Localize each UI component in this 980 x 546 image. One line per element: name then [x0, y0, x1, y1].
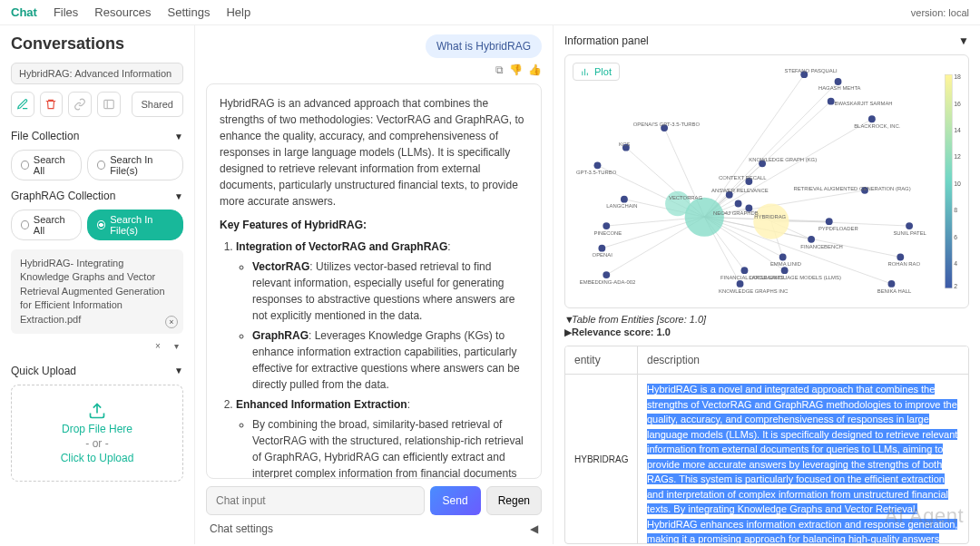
- panel-icon[interactable]: [97, 92, 121, 117]
- svg-text:6: 6: [954, 234, 957, 240]
- svg-rect-0: [103, 100, 113, 108]
- svg-text:KCS: KCS: [619, 141, 630, 147]
- svg-point-47: [598, 245, 605, 252]
- svg-point-46: [603, 222, 610, 229]
- quick-upload-header[interactable]: Quick Upload ▼: [11, 365, 183, 377]
- info-panel: Information panel ▼ Plot: [554, 25, 980, 544]
- svg-point-56: [808, 236, 815, 243]
- copy-icon[interactable]: ⧉: [495, 63, 504, 76]
- svg-point-62: [741, 267, 749, 274]
- file-search-all[interactable]: Search All: [11, 150, 82, 180]
- svg-point-45: [621, 196, 628, 203]
- svg-point-60: [779, 254, 787, 261]
- plot-button[interactable]: Plot: [573, 63, 620, 81]
- tab-settings[interactable]: Settings: [167, 5, 210, 19]
- chat-panel: What is HybridRAG ⧉ 👎 👍 HybridRAG is an …: [195, 25, 554, 544]
- entity-table: entity description HYBRIDRAG HybridRAG i…: [564, 346, 969, 544]
- edit-icon[interactable]: [11, 92, 34, 117]
- upload-dropzone[interactable]: Drop File Here - or - Click to Upload: [11, 385, 183, 482]
- tab-chat[interactable]: Chat: [11, 5, 37, 19]
- svg-text:4: 4: [954, 260, 957, 267]
- graph-plot[interactable]: Plot: [564, 54, 969, 308]
- chevron-down-icon: ▼: [174, 366, 183, 375]
- svg-line-25: [704, 217, 900, 257]
- svg-line-6: [704, 82, 838, 217]
- sidebar: Conversations Shared File Collection ▼ S…: [0, 25, 195, 544]
- tab-files[interactable]: Files: [54, 5, 78, 19]
- chevron-down-icon[interactable]: ▼: [958, 34, 969, 47]
- file-search-in-files[interactable]: Search In File(s): [87, 150, 183, 180]
- or-label: - or -: [19, 437, 175, 450]
- svg-text:SUNIL PATEL: SUNIL PATEL: [893, 230, 926, 236]
- quick-upload-title: Quick Upload: [11, 365, 76, 377]
- link-icon[interactable]: [68, 92, 92, 117]
- tab-help[interactable]: Help: [226, 5, 250, 19]
- chevron-down-icon: ▼: [174, 132, 183, 141]
- thumbs-up-icon[interactable]: 👍: [528, 63, 542, 76]
- table-row: HYBRIDRAG HybridRAG is a novel and integ…: [565, 375, 968, 543]
- file-collection-header[interactable]: File Collection ▼: [11, 130, 183, 142]
- svg-text:RETRIEVAL AUGMENTED GENERATION: RETRIEVAL AUGMENTED GENERATION (RAG): [793, 186, 910, 191]
- chat-input[interactable]: [206, 486, 425, 515]
- file-close-icon[interactable]: ×: [151, 339, 165, 354]
- col-description: description: [638, 346, 709, 374]
- svg-text:KNOWLEDGE GRAPHS INC: KNOWLEDGE GRAPHS INC: [719, 288, 789, 294]
- col-entity: entity: [565, 346, 638, 374]
- svg-text:10: 10: [954, 180, 961, 187]
- svg-point-59: [888, 280, 896, 288]
- graphrag-collection-header[interactable]: GraphRAG Collection ▼: [11, 190, 183, 202]
- selected-file[interactable]: HybridRAG- Integrating Knowledge Graphs …: [11, 249, 183, 334]
- svg-text:12: 12: [954, 153, 961, 160]
- regen-button[interactable]: Regen: [486, 486, 542, 515]
- svg-point-48: [603, 271, 610, 278]
- conversation-name-input[interactable]: [11, 63, 183, 84]
- upload-icon: [88, 402, 106, 420]
- svg-text:BENIKA HALL: BENIKA HALL: [877, 288, 912, 294]
- assistant-message: HybridRAG is an advanced approach that c…: [206, 83, 542, 479]
- svg-point-63: [737, 280, 744, 288]
- svg-point-41: [868, 115, 876, 122]
- svg-text:BWASKARJIT SARMAH: BWASKARJIT SARMAH: [835, 101, 893, 106]
- topbar: Chat Files Resources Settings Help versi…: [0, 0, 980, 25]
- graphrag-search-all[interactable]: Search All: [11, 210, 82, 240]
- svg-line-5: [704, 74, 804, 217]
- svg-point-61: [781, 267, 789, 274]
- shared-button[interactable]: Shared: [132, 92, 183, 117]
- svg-point-36: [753, 204, 789, 239]
- svg-point-44: [594, 161, 602, 169]
- svg-point-55: [826, 218, 833, 225]
- svg-text:NEO4J GRAPHDB: NEO4J GRAPHDB: [713, 210, 759, 216]
- svg-line-26: [704, 217, 891, 284]
- svg-text:HAGASH MEHTA: HAGASH MEHTA: [818, 85, 861, 91]
- graphrag-collection-title: GraphRAG Collection: [11, 190, 115, 202]
- svg-line-8: [704, 119, 872, 217]
- svg-text:STEFANO PASQUALI: STEFANO PASQUALI: [785, 68, 838, 73]
- topbar-tabs: Chat Files Resources Settings Help: [11, 5, 250, 19]
- remove-file-icon[interactable]: ×: [165, 316, 178, 328]
- svg-text:HYBRIDRAG: HYBRIDRAG: [754, 214, 786, 219]
- user-message: What is HybridRAG: [426, 34, 542, 58]
- svg-text:18: 18: [954, 73, 961, 80]
- svg-text:FINANCIAL DOCUMENTS: FINANCIAL DOCUMENTS: [720, 275, 784, 280]
- svg-text:2: 2: [954, 283, 957, 289]
- drop-file-label: Drop File Here: [19, 423, 175, 435]
- chevron-down-icon: ▼: [174, 191, 183, 201]
- send-button[interactable]: Send: [430, 486, 481, 515]
- knowledge-graph[interactable]: STEFANO PASQUALI HAGASH MEHTA BWASKARJIT…: [571, 61, 963, 302]
- click-upload-label: Click to Upload: [19, 452, 175, 464]
- svg-text:ROHAN RAO: ROHAN RAO: [888, 261, 921, 267]
- svg-point-35: [685, 198, 724, 237]
- svg-text:PYPDFLOADER: PYPDFLOADER: [818, 226, 858, 231]
- svg-text:LANGCHAIN: LANGCHAIN: [606, 203, 637, 209]
- svg-text:8: 8: [954, 207, 957, 213]
- svg-rect-91: [945, 74, 952, 288]
- delete-icon[interactable]: [40, 92, 64, 117]
- svg-text:16: 16: [954, 101, 961, 107]
- graphrag-search-in-files[interactable]: Search In File(s): [87, 210, 183, 240]
- chat-settings-toggle[interactable]: Chat settings◀: [206, 515, 542, 535]
- file-collection-title: File Collection: [11, 130, 79, 142]
- thumbs-down-icon[interactable]: 👎: [509, 63, 523, 76]
- file-dropdown-icon[interactable]: ▾: [169, 339, 183, 354]
- table-meta: ▼Table from Entities [score: 1.0] ▶Relev…: [564, 314, 969, 340]
- tab-resources[interactable]: Resources: [94, 5, 151, 19]
